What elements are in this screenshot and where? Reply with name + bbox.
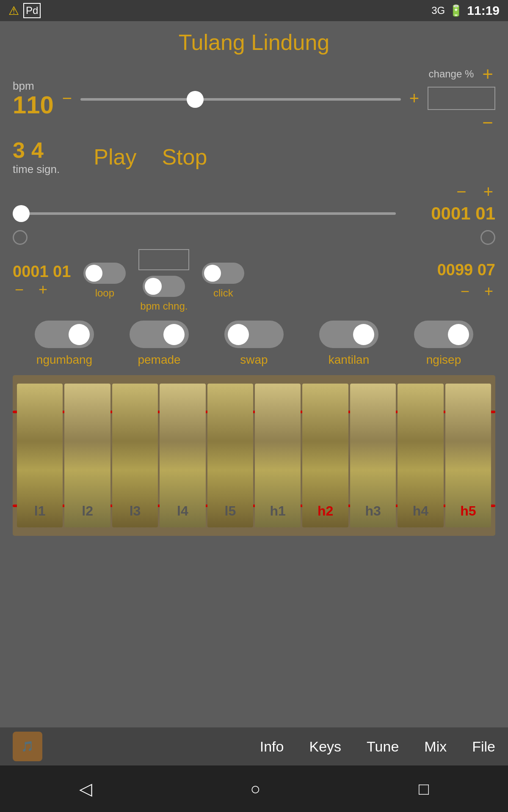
swap-toggle-track[interactable] <box>224 321 284 348</box>
loop-start-value: 0001 01 <box>13 263 71 281</box>
key-h2[interactable]: h2 <box>302 384 348 527</box>
nav-item-mix[interactable]: Mix <box>424 738 447 755</box>
bpm-minus-button[interactable]: − <box>60 89 74 108</box>
key-h3[interactable]: h3 <box>350 384 396 527</box>
status-right: 3G 🔋 11:19 <box>431 3 500 18</box>
loop-toggle-label: loop <box>95 287 114 299</box>
key-l1[interactable]: l1 <box>17 384 63 527</box>
loop-start-btns: − + <box>13 281 71 299</box>
position-slider-row: 0001 01 <box>13 203 495 224</box>
loop-end-minus-button[interactable]: − <box>458 283 472 300</box>
loop-start-minus-button[interactable]: − <box>13 281 26 299</box>
left-counter-group: 0001 01 − + <box>13 263 71 299</box>
key-label-l2: l2 <box>82 503 93 519</box>
bpm-chng-toggle-thumb <box>145 278 162 295</box>
bottom-nav: 🎵 InfoKeysTuneMixFile <box>0 727 508 765</box>
key-label-h5: h5 <box>460 503 476 519</box>
recents-button[interactable]: □ <box>419 779 429 798</box>
bpm-group: bpm 110 <box>13 80 54 117</box>
timesig-label: time sign. <box>13 163 60 176</box>
loop-end-plus-button[interactable]: + <box>482 283 495 300</box>
change-percent-group: change % + − <box>428 63 495 133</box>
nav-item-info[interactable]: Info <box>260 738 284 755</box>
pemade-toggle-track[interactable] <box>130 321 189 348</box>
warning-icon: ⚠ <box>8 4 19 18</box>
position-section: − + 0001 01 <box>13 182 495 224</box>
key-label-h1: h1 <box>270 503 286 519</box>
nav-item-keys[interactable]: Keys <box>309 738 341 755</box>
ngumbang-toggle-track[interactable] <box>35 321 94 348</box>
kantilan-toggle-track[interactable] <box>319 321 378 348</box>
ngumbang-toggle-thumb <box>69 324 90 345</box>
bpm-value: 110 <box>13 93 54 117</box>
position-minus-button[interactable]: − <box>454 182 468 201</box>
loop-start-plus-button[interactable]: + <box>36 281 50 299</box>
bpm-chng-container: bpm chng. <box>138 249 189 312</box>
key-l5[interactable]: l5 <box>207 384 253 527</box>
logo-icon: 🎵 <box>21 741 34 752</box>
instrument-toggle-ngumbang[interactable]: ngumbang <box>35 321 94 367</box>
timesig-nums: 3 4 <box>13 137 44 163</box>
key-label-h2: h2 <box>318 503 333 519</box>
change-percent-plus-button[interactable]: + <box>480 63 495 85</box>
position-slider[interactable] <box>13 212 396 215</box>
key-h5[interactable]: h5 <box>445 384 491 527</box>
position-controls: − + <box>13 182 495 201</box>
app-logo[interactable]: 🎵 <box>13 732 42 761</box>
loop-start-indicator <box>13 230 28 245</box>
keys-container: l1l2l3l4l5h1h2h3h4h5 <box>13 375 495 536</box>
change-percent-minus-button[interactable]: − <box>480 112 495 133</box>
battery-icon: 🔋 <box>449 4 463 17</box>
instrument-toggle-ngisep[interactable]: ngisep <box>414 321 473 367</box>
nav-item-tune[interactable]: Tune <box>367 738 399 755</box>
bpm-row: bpm 110 − + change % + − <box>13 63 495 133</box>
key-h4[interactable]: h4 <box>398 384 443 527</box>
key-label-l4: l4 <box>177 503 188 519</box>
instrument-toggle-swap[interactable]: swap <box>224 321 284 367</box>
play-stop-group: Play Stop <box>94 144 207 170</box>
back-button[interactable]: ◁ <box>79 779 92 798</box>
ngumbang-label: ngumbang <box>36 353 92 367</box>
loop-toggle-thumb <box>86 265 102 282</box>
pemade-label: pemade <box>138 353 180 367</box>
ngisep-toggle-track[interactable] <box>414 321 473 348</box>
instrument-image: l1l2l3l4l5h1h2h3h4h5 <box>13 375 495 536</box>
stop-button[interactable]: Stop <box>162 144 207 170</box>
key-label-h4: h4 <box>413 503 428 519</box>
kantilan-toggle-thumb <box>353 324 374 345</box>
click-toggle[interactable] <box>202 263 244 284</box>
bpm-chng-box <box>138 249 189 270</box>
position-plus-button[interactable]: + <box>481 182 495 201</box>
change-percent-input[interactable] <box>428 87 495 110</box>
timesig-group: 3 4 time sign. <box>13 137 60 176</box>
key-label-l1: l1 <box>34 503 46 519</box>
home-button[interactable]: ○ <box>250 779 260 798</box>
instrument-toggle-kantilan[interactable]: kantilan <box>319 321 378 367</box>
bpm-chng-label: bpm chng. <box>140 300 188 312</box>
key-l4[interactable]: l4 <box>160 384 205 527</box>
key-l2[interactable]: l2 <box>64 384 110 527</box>
instrument-toggle-pemade[interactable]: pemade <box>130 321 189 367</box>
pd-icon: Pd <box>23 3 41 18</box>
middle-section: 0001 01 − + loop bpm chng. c <box>13 249 495 312</box>
swap-toggle-thumb <box>228 324 249 345</box>
app-title: Tulang Lindung <box>13 30 495 55</box>
change-percent-label: change % <box>429 68 474 80</box>
pemade-toggle-thumb <box>163 324 185 345</box>
ngisep-toggle-thumb <box>448 324 469 345</box>
loop-end-value: 0099 07 <box>437 261 495 279</box>
nav-item-file[interactable]: File <box>472 738 495 755</box>
ngisep-label: ngisep <box>426 353 461 367</box>
loop-toggle[interactable] <box>83 263 126 284</box>
bpm-plus-button[interactable]: + <box>407 89 421 108</box>
bpm-slider[interactable] <box>80 98 401 101</box>
bpm-chng-toggle[interactable] <box>143 276 185 297</box>
click-toggle-label: click <box>213 287 233 299</box>
key-label-l3: l3 <box>130 503 141 519</box>
network-indicator: 3G <box>431 5 445 16</box>
click-toggle-thumb <box>204 265 221 282</box>
timesig-row: 3 4 time sign. Play Stop <box>13 137 495 176</box>
play-button[interactable]: Play <box>94 144 136 170</box>
key-l3[interactable]: l3 <box>112 384 158 527</box>
key-h1[interactable]: h1 <box>255 384 301 527</box>
